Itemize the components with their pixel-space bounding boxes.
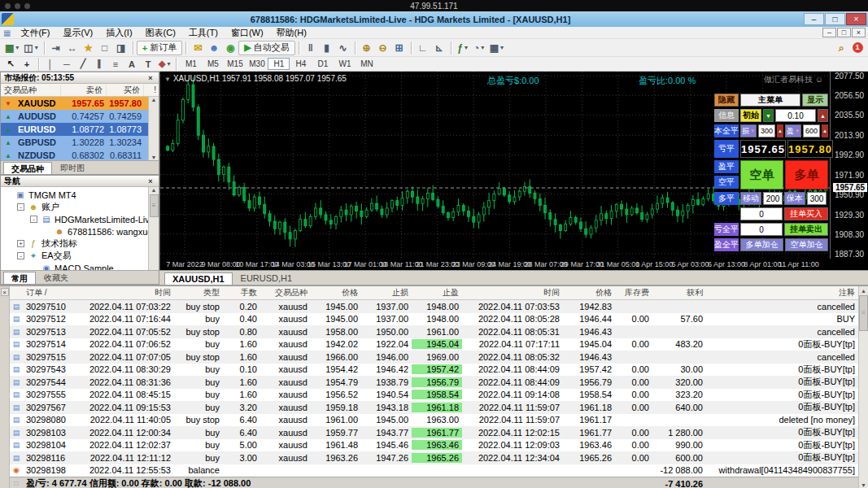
add-short-button[interactable]: 空单加仓 [785,238,828,251]
quote-row-nzdusd[interactable]: ▲NZDUSD0.683020.683119 [1,149,159,160]
menu-item-3[interactable]: 图表(C) [139,27,182,39]
timeframe-h4[interactable]: H4 [290,58,312,70]
nav-item-3[interactable]: ☻678811586: wangxuefei [1,225,159,237]
trailing-input[interactable]: 200 [763,192,783,205]
pending-buy-lots-input[interactable]: 0 [740,207,783,220]
terminal-col-5[interactable]: 价格 [311,287,361,298]
auto-scroll-icon[interactable]: ↔ [64,41,81,55]
panel-close-short-button[interactable]: 空平 [714,176,739,189]
terminal-scrollbar[interactable]: ▲≡▼ [858,286,868,488]
price-axis[interactable]: 2077.502056.502035.502013.901992.901971.… [831,72,868,259]
chart-tab-xauusd[interactable]: XAUUSD,H1 [164,272,233,285]
terminal-close-icon[interactable]: × [1,288,9,296]
order-row[interactable]: ▤302975142022.04.11 07:06:52buy1.60xauus… [10,338,858,351]
label-icon[interactable]: T [140,58,156,70]
menu-item-5[interactable]: 窗口(W) [225,27,270,39]
menu-item-2[interactable]: 插入(I) [99,27,138,39]
panel-show-button[interactable]: 显示 [802,94,828,107]
panel-close-all-button[interactable]: 本全平 [714,124,739,137]
pending-sell-lots-input[interactable]: 0 [740,223,783,236]
panel-close-long-button[interactable]: 多平 [714,192,739,205]
panel-initial-button[interactable]: 初始 [740,109,761,122]
sl-label[interactable]: 损▼ [740,124,757,137]
line-chart-icon[interactable]: ∿ [335,41,351,55]
zoom-in-icon[interactable]: ⊕ [359,41,375,55]
chart-dropdown-icon[interactable]: ▼ [164,76,171,83]
order-row[interactable]: ▤302975152022.04.11 07:07:05buy stop1.60… [10,351,858,364]
menu-item-1[interactable]: 显示(V) [57,27,100,39]
add-indicator-button[interactable]: ƒ▾ [455,41,471,55]
chart-tab-eurusd[interactable]: EURUSD,H1 [233,272,300,285]
navigator-close-icon[interactable]: × [146,177,155,185]
timeframe-mn[interactable]: MN [355,58,377,70]
buy-button[interactable]: 多单 [785,160,828,190]
order-row[interactable]: ▤302975122022.04.11 07:16:44buy0.40xauus… [10,313,858,326]
period-separators-icon[interactable]: ⊾ [431,41,447,55]
time-axis[interactable]: 7 Mar 20229 Mar 08:0010 Mar 17:0014 Mar … [160,259,868,270]
zoom-out-icon[interactable]: ⊖ [375,41,391,55]
nav-item-1[interactable]: -☻账户 [1,201,159,213]
bar-chart-icon[interactable]: ‖ [303,41,319,55]
periods-button[interactable]: ◔▾ [471,41,487,55]
terminal-col-12[interactable]: 注释 [706,287,858,298]
tab-tick-chart[interactable]: 即时图 [53,162,92,174]
new-order-button[interactable]: +新订单 [137,41,182,55]
tp-points-input[interactable]: 600 [803,124,820,137]
order-row[interactable]: ▤302981162022.04.11 12:11:12buy3.00xauus… [10,451,858,464]
templates-icon[interactable]: ◨ [113,41,129,55]
horizontal-line-icon[interactable]: ─ [59,58,75,70]
close-button[interactable]: × [846,13,866,25]
minimize-button[interactable]: – [804,13,824,25]
panel-close-all-loss-button[interactable]: 亏全平 [714,223,739,236]
deposit-icon[interactable]: ✉ [190,41,206,55]
chart-shift-icon[interactable]: ⇥ [48,41,64,55]
timeframe-w1[interactable]: W1 [334,58,355,70]
timeframe-m5[interactable]: M5 [202,58,224,70]
pending-sell-button[interactable]: 挂单卖出 [784,223,828,236]
chart-close-button[interactable]: × [852,28,866,37]
breakeven-label[interactable]: 保本 [784,192,805,205]
chart-window[interactable]: ▼XAUUSD,H1 1957.91 1958.08 1957.07 1957.… [159,72,868,270]
timeframe-m15[interactable]: M15 [224,58,246,70]
lot-increase-icon[interactable]: ▲ [818,109,828,122]
quote-row-audusd[interactable]: ▲AUDUSD0.742570.742592 [1,110,159,123]
chart-minimize-button[interactable]: – [822,28,836,37]
chart-restore-button[interactable]: □ [837,28,851,37]
timeframe-m1[interactable]: M1 [180,58,202,70]
notification-icon[interactable]: 1 [849,41,866,55]
menu-item-4[interactable]: 工具(T) [182,27,225,39]
timeframe-m30[interactable]: M30 [246,58,268,70]
pending-buy-button[interactable]: 挂单买入 [784,207,828,220]
order-row[interactable]: ▤302975132022.04.11 07:05:52buy stop0.80… [10,325,858,338]
terminal-col-9[interactable]: 价格 [563,287,615,298]
nav-item-4[interactable]: +ƒ技术指标 [1,237,159,250]
vertical-line-icon[interactable]: │ [42,58,59,70]
terminal-col-10[interactable]: 库存费 [615,287,652,298]
tab-favorites[interactable]: 收藏夹 [37,272,76,284]
data-window-icon[interactable]: □ [97,41,113,55]
lot-size-input[interactable]: 0.10 [775,109,816,122]
terminal-col-2[interactable]: 类型 [174,287,223,298]
tp-label[interactable]: 盈▼ [785,124,801,137]
tab-common[interactable]: 常用 [3,272,36,284]
order-row[interactable]: ▤302975672022.04.11 09:15:53buy3.20xauus… [10,401,858,414]
breakeven-input[interactable]: 300 [807,192,827,205]
terminal-col-6[interactable]: 止损 [361,287,412,298]
quote-row-xauusd[interactable]: ▼XAUUSD1957.651957.8015 [1,97,159,110]
menu-item-6[interactable]: 帮助(H) [270,27,313,39]
terminal-col-3[interactable]: 手数 [223,287,260,298]
collapse-icon[interactable]: - [30,216,37,223]
collapse-icon[interactable]: - [17,252,24,259]
order-row[interactable]: ▤302975102022.04.11 07:03:22buy stop0.20… [10,300,858,313]
quote-row-eurusd[interactable]: ▲EURUSD1.087721.087731 [1,123,159,136]
panel-hide-button[interactable]: 隐藏 [714,94,739,107]
indicator-windows-icon[interactable]: ∟ [415,41,431,55]
text-icon[interactable]: A [124,58,140,70]
terminal-col-0[interactable]: 订单 / [23,287,73,298]
panel-close-all-profit-button[interactable]: 盈全平 [714,238,739,251]
collapse-icon[interactable]: - [17,203,24,211]
market-watch-scrollbar[interactable]: ▲▼ [148,97,159,160]
profiles-button[interactable]: ◫▾ [21,41,40,55]
community-icon[interactable]: ☻ [206,41,222,55]
template-menu-button[interactable]: ▦▾ [487,41,506,55]
